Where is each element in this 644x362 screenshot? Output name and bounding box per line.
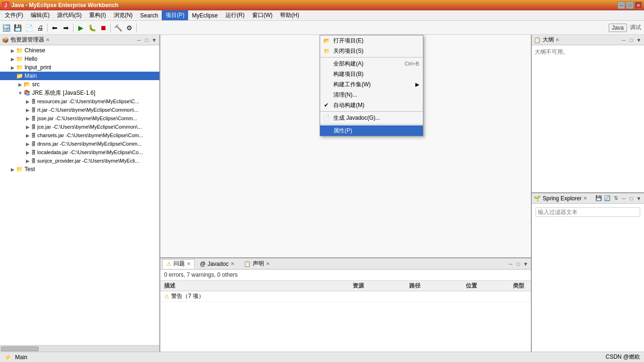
tab-declaration[interactable]: 📋 声明 ✕ [239, 259, 274, 269]
outline-minimize-btn[interactable]: ─ [620, 37, 627, 43]
ctx-close-project[interactable]: 📁 关闭项目(S) [320, 46, 423, 56]
tab-problems-close[interactable]: ✕ [187, 261, 190, 266]
toggle-test[interactable]: ▶ [9, 167, 16, 172]
ctx-build-workspace[interactable]: 构建工作集(W) ▶ [320, 79, 423, 90]
toggle-src[interactable]: ▶ [17, 82, 24, 87]
toggle-input-print[interactable]: ▶ [9, 65, 16, 70]
tree-item-rt-jar[interactable]: ▶ 🗄 rt.jar -C:\Users\byme\MyEclipse\Comm… [0, 106, 159, 114]
toolbar-btn-3[interactable]: 📄 [24, 23, 34, 33]
toggle-rt-jar[interactable]: ▶ [25, 107, 31, 113]
ctx-auto-build[interactable]: ✔ 自动构建(M) [320, 100, 423, 110]
table-row[interactable]: ⚠ 警告（7 项） [160, 291, 531, 302]
spring-maximize-btn[interactable]: □ [628, 195, 635, 202]
tree-item-dnsns-jar[interactable]: ▶ 🗄 dnsns.jar -C:\Users\byme\MyEclipse\C… [0, 140, 159, 148]
package-explorer-tab[interactable]: 📦 包资源管理器 ✕ [2, 36, 50, 44]
tree-item-sunjce-jar[interactable]: ▶ 🗄 sunjce_provider.jar -C:\Users\byme\M… [0, 156, 159, 165]
toolbar-btn-debug[interactable]: 🐛 [87, 23, 97, 33]
menu-window[interactable]: 窗口(W) [248, 10, 276, 20]
horizontal-scrollbar[interactable] [0, 345, 159, 352]
tree-item-charsets-jar[interactable]: ▶ 🗄 charsets.jar -C:\Users\byme\MyEclips… [0, 131, 159, 140]
tree-item-input-print[interactable]: ▶ 📁 Input_print [0, 63, 159, 72]
spring-explorer-header: 🌱 Spring Explorer ✕ 💾 🔄 ⇅ ─ □ ▼ [532, 193, 644, 204]
menu-project[interactable]: 项目(P) [162, 10, 188, 20]
tree-item-jsse-jar[interactable]: ▶ 🗄 jsse.jar -C:\Users\byme\MyEclipse\Co… [0, 114, 159, 123]
toggle-sunjce-jar[interactable]: ▶ [25, 158, 31, 164]
panel-menu-btn[interactable]: ▼ [151, 37, 157, 43]
ctx-open-project[interactable]: 📂 打开项目(E) [320, 35, 423, 46]
spring-filter-input[interactable] [536, 207, 640, 217]
bottom-minimize-btn[interactable]: ─ [507, 261, 514, 267]
tree-item-src[interactable]: ▶ 📂 src [0, 80, 159, 89]
menu-file[interactable]: 文件(F) [1, 10, 27, 20]
warning-label: 警告（7 项） [171, 292, 204, 300]
tab-javadoc-close[interactable]: ✕ [231, 261, 234, 266]
toggle-main[interactable]: ▼ [9, 74, 16, 79]
ctx-generate-javadoc[interactable]: 📄 生成 Javadoc(G)... [320, 113, 423, 123]
menu-edit[interactable]: 编辑(E) [27, 10, 53, 20]
bottom-maximize-btn[interactable]: □ [515, 261, 521, 267]
package-explorer-close[interactable]: ✕ [46, 37, 50, 42]
ctx-build-all[interactable]: 全部构建(A) Ctrl+B [320, 58, 423, 69]
ctx-properties[interactable]: 属性(P) [320, 125, 423, 136]
menu-refactor[interactable]: 重构(I) [85, 10, 109, 20]
bottom-menu-btn[interactable]: ▼ [522, 261, 529, 267]
toolbar-btn-stop[interactable]: ⏹ [98, 23, 108, 33]
tab-javadoc[interactable]: @ Javadoc ✕ [196, 259, 239, 269]
spring-sort-btn[interactable]: ⇅ [612, 195, 619, 202]
toggle-jce-jar[interactable]: ▶ [25, 124, 31, 130]
toolbar-btn-build[interactable]: 🔨 [113, 23, 123, 33]
menu-run[interactable]: 运行(R) [222, 10, 248, 20]
toolbar-btn-6[interactable]: ➡ [61, 23, 71, 33]
toggle-chinese[interactable]: ▶ [9, 48, 16, 53]
toggle-localedata-jar[interactable]: ▶ [25, 150, 31, 155]
toggle-jsse-jar[interactable]: ▶ [25, 116, 31, 121]
open-project-icon: 📂 [323, 37, 330, 44]
menu-help[interactable]: 帮助(H) [276, 10, 303, 20]
toolbar-btn-7[interactable]: ⚙ [124, 23, 134, 33]
toggle-resources-jar[interactable]: ▶ [25, 99, 31, 104]
spring-menu-btn[interactable]: ▼ [636, 195, 642, 202]
toggle-dnsns-jar[interactable]: ▶ [25, 141, 31, 147]
spring-save-btn[interactable]: 💾 [595, 195, 603, 202]
left-panel: 📦 包资源管理器 ✕ ─ □ ▼ ▶ 📁 Chinese [0, 35, 160, 352]
spring-refresh-btn[interactable]: 🔄 [603, 195, 611, 202]
tree-item-test[interactable]: ▶ 📁 Test [0, 165, 159, 173]
outline-menu-btn[interactable]: ▼ [636, 37, 642, 43]
tree-item-hello[interactable]: ▶ 📁 Hello [0, 55, 159, 63]
outline-close[interactable]: ✕ [555, 37, 559, 42]
tree-item-chinese[interactable]: ▶ 📁 Chinese [0, 46, 159, 55]
close-button[interactable]: ✕ [635, 1, 642, 9]
maximize-button[interactable]: □ [626, 1, 634, 9]
toggle-hello[interactable]: ▶ [9, 57, 16, 62]
ctx-build-project[interactable]: 构建项目(B) [320, 69, 423, 79]
tree-label-resources-jar: resources.jar -C:\Users\byme\MyEclipse\C… [37, 99, 139, 104]
toolbar-btn-run[interactable]: ▶ [75, 23, 86, 33]
minimize-panel-btn[interactable]: ─ [136, 37, 142, 43]
bottom-tabs: ⚠ 问题 ✕ @ Javadoc ✕ 📋 声明 ✕ ─ □ ▼ [160, 258, 531, 270]
toolbar-btn-5[interactable]: ⬅ [50, 23, 60, 33]
tree-item-jre[interactable]: ▼ 📚 JRE 系统库 [JavaSE-1.6] [0, 89, 159, 97]
menu-navigate[interactable]: 浏览(N) [110, 10, 137, 20]
menu-source[interactable]: 源代码(S) [53, 10, 85, 20]
toolbar-btn-2[interactable]: 💾 [12, 23, 23, 33]
ctx-clean[interactable]: 清理(N)... [320, 90, 423, 100]
spring-explorer-close[interactable]: ✕ [583, 196, 587, 201]
toggle-charsets-jar[interactable]: ▶ [25, 133, 31, 138]
hscroll-thumb[interactable] [1, 346, 39, 351]
toolbar-btn-4[interactable]: 🖨 [35, 23, 45, 33]
minimize-button[interactable]: ─ [618, 1, 625, 9]
tree-item-jce-jar[interactable]: ▶ 🗄 jce.jar -C:\Users\byme\MyEclipse\Com… [0, 123, 159, 131]
menu-search[interactable]: Search [136, 10, 162, 20]
spring-minimize-btn[interactable]: ─ [620, 195, 627, 202]
tree-item-main[interactable]: ▼ 📁 Main [0, 72, 159, 80]
tab-problems[interactable]: ⚠ 问题 ✕ [162, 259, 195, 269]
toolbar-btn-1[interactable]: 🔙 [1, 23, 11, 33]
toggle-jre[interactable]: ▼ [17, 90, 24, 96]
maximize-panel-btn[interactable]: □ [143, 37, 150, 43]
outline-maximize-btn[interactable]: □ [628, 37, 635, 43]
tab-declaration-close[interactable]: ✕ [266, 261, 270, 266]
tree-item-resources-jar[interactable]: ▶ 🗄 resources.jar -C:\Users\byme\MyEclip… [0, 97, 159, 106]
menu-myeclipse[interactable]: MyEclipse [188, 10, 222, 20]
tree-item-localedata-jar[interactable]: ▶ 🗄 localedata.jar -C:\Users\byme\MyEcli… [0, 148, 159, 156]
status-left: ⚡ Main [4, 354, 27, 361]
